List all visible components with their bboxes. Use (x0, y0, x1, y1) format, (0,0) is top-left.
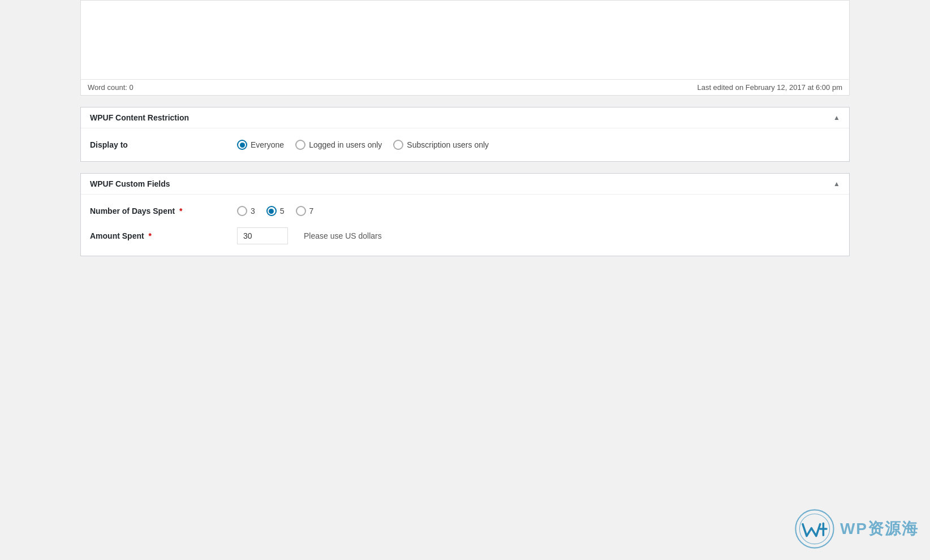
radio-subscription-circle (393, 140, 403, 150)
amount-required-marker: * (149, 231, 152, 240)
radio-days-7[interactable]: 7 (296, 206, 314, 216)
display-to-row: Display to Everyone Logged in users only (90, 140, 840, 150)
editor-content-area (80, 0, 850, 79)
radio-subscription[interactable]: Subscription users only (393, 140, 489, 150)
radio-logged-in-label: Logged in users only (309, 140, 382, 149)
radio-days-3-label: 3 (251, 206, 255, 216)
word-count: Word count: 0 (88, 83, 134, 92)
radio-days-3-circle (237, 206, 247, 216)
radio-days-7-circle (296, 206, 306, 216)
content-restriction-collapse-icon[interactable]: ▲ (833, 114, 840, 122)
last-edited: Last edited on February 12, 2017 at 6:00… (697, 83, 842, 92)
radio-everyone-label: Everyone (251, 140, 284, 149)
radio-everyone-circle (237, 140, 247, 150)
radio-days-5[interactable]: 5 (266, 206, 285, 216)
days-spent-controls: 3 5 7 (237, 206, 313, 216)
content-restriction-metabox: WPUF Content Restriction ▲ Display to Ev… (80, 107, 850, 162)
radio-everyone[interactable]: Everyone (237, 140, 284, 150)
days-required-marker: * (179, 206, 182, 216)
content-restriction-header[interactable]: WPUF Content Restriction ▲ (81, 107, 849, 128)
days-spent-label: Number of Days Spent * (90, 206, 237, 216)
custom-fields-body: Number of Days Spent * 3 5 (81, 195, 849, 256)
custom-fields-collapse-icon[interactable]: ▲ (833, 180, 840, 188)
radio-days-7-label: 7 (309, 206, 314, 216)
amount-spent-controls: Please use US dollars (237, 227, 382, 244)
amount-spent-row: Amount Spent * Please use US dollars (90, 227, 840, 244)
content-restriction-body: Display to Everyone Logged in users only (81, 128, 849, 161)
custom-fields-metabox: WPUF Custom Fields ▲ Number of Days Spen… (80, 173, 850, 256)
amount-spent-label: Amount Spent * (90, 231, 237, 240)
content-restriction-title: WPUF Content Restriction (90, 113, 189, 122)
custom-fields-title: WPUF Custom Fields (90, 179, 170, 188)
radio-subscription-label: Subscription users only (407, 140, 489, 149)
days-spent-row: Number of Days Spent * 3 5 (90, 206, 840, 216)
display-to-controls: Everyone Logged in users only Subscripti… (237, 140, 489, 150)
custom-fields-header[interactable]: WPUF Custom Fields ▲ (81, 174, 849, 195)
radio-days-5-circle (266, 206, 277, 216)
radio-logged-in[interactable]: Logged in users only (295, 140, 382, 150)
amount-spent-input[interactable] (237, 227, 288, 244)
radio-days-5-label: 5 (280, 206, 285, 216)
editor-footer: Word count: 0 Last edited on February 12… (80, 79, 850, 96)
radio-logged-in-circle (295, 140, 305, 150)
display-to-label: Display to (90, 140, 237, 149)
amount-hint: Please use US dollars (304, 231, 382, 240)
radio-days-3[interactable]: 3 (237, 206, 255, 216)
